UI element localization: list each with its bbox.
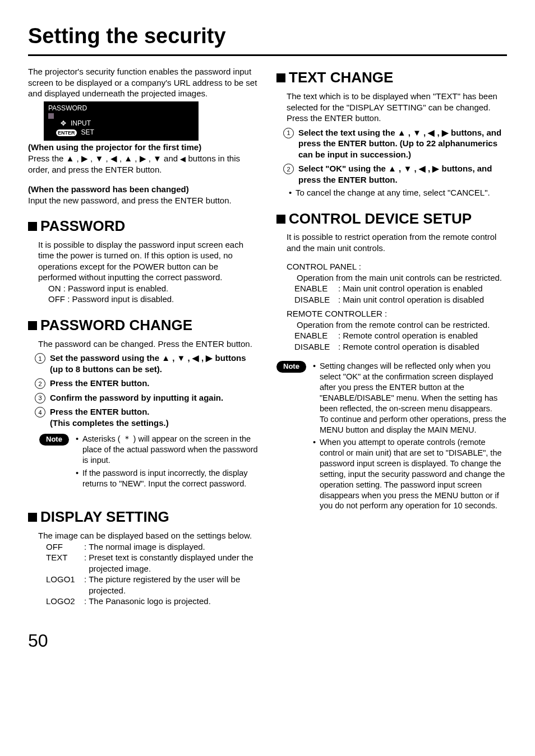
left-column: The projector's security function enable… [28, 66, 259, 606]
pwchange-step-3: 3 Confirm the password by inputting it a… [35, 392, 259, 403]
remote-controller-body: Operation from the remote control can be… [297, 319, 507, 331]
osd-title: PASSWORD [48, 104, 194, 113]
note-badge: Note [276, 361, 306, 373]
pwchange-step-1: 1 Set the password using the ▲ , ▼ , ◀ ,… [35, 353, 259, 374]
intro-text: The projector's security function enable… [28, 66, 259, 99]
textchange-step-1: 1 Select the text using the ▲ , ▼ , ◀ , … [283, 127, 507, 160]
note-item: If the password is input incorrectly, th… [82, 468, 259, 489]
square-bullet-icon [28, 222, 37, 231]
control-panel-heading: CONTROL PANEL : [287, 261, 507, 272]
section-password: PASSWORD [28, 217, 259, 236]
arrow-sequence: ▲ , ▶ , ▼ , ◀ , ▲ , ▶ , ▼ [66, 153, 162, 164]
pwchange-step-2: 2 Press the ENTER button. [35, 378, 259, 389]
cursor-icon [48, 113, 54, 119]
note-block: Note Setting changes will be reflected o… [276, 361, 507, 513]
password-on: ON : Password input is enabled. [48, 283, 259, 294]
step-number-icon: 2 [283, 164, 294, 174]
first-time-heading: (When using the projector for the first … [28, 142, 259, 153]
step-number-icon: 1 [283, 128, 294, 138]
control-panel-body: Operation from the main unit controls ca… [297, 272, 507, 284]
rc-disable: DISABLE:Remote control operation is disa… [294, 341, 507, 353]
display-setting-body: The image can be displayed based on the … [38, 530, 259, 541]
cp-enable: ENABLE:Main unit control operation is en… [294, 283, 507, 294]
step-number-icon: 3 [35, 393, 45, 403]
osd-password-screen: PASSWORD ✥INPUT ENTERSET [44, 101, 199, 141]
square-bullet-icon [276, 215, 285, 224]
osd-input: INPUT [71, 119, 91, 128]
pwchange-step-4: 4 Press the ENTER button.(This completes… [35, 406, 259, 428]
enter-icon: ENTER [56, 129, 77, 137]
note-item: When you attempt to operate controls (re… [320, 437, 507, 511]
note-item: Asterisks ( ＊ ) will appear on the scree… [82, 434, 259, 466]
control-device-body: It is possible to restrict operation fro… [287, 231, 507, 253]
first-time-body: Press the ▲ , ▶ , ▼ , ◀ , ▲ , ▶ , ▼ and … [28, 153, 259, 175]
note-badge: Note [39, 434, 69, 446]
square-bullet-icon [28, 321, 37, 330]
changed-body: Input the new password, and press the EN… [28, 195, 259, 206]
note-item: Setting changes will be reflected only w… [320, 361, 507, 435]
square-bullet-icon [276, 73, 285, 82]
rc-enable: ENABLE:Remote control operation is enabl… [294, 330, 507, 341]
password-off: OFF : Password input is disabled. [48, 294, 259, 305]
cp-disable: DISABLE:Main unit control operation is d… [294, 294, 507, 305]
arrows-icon: ✥ [61, 119, 66, 128]
text-change-body: The text which is to be displayed when "… [287, 91, 507, 124]
right-column: TEXT CHANGE The text which is to be disp… [276, 66, 507, 606]
step-number-icon: 2 [35, 378, 45, 389]
textchange-step-2: 2 Select "OK" using the ▲ , ▼ , ◀ , ▶ bu… [283, 163, 507, 185]
display-off: OFF:The normal image is displayed. [46, 541, 259, 553]
password-change-body: The password can be changed. Press the E… [38, 338, 259, 350]
section-control-device: CONTROL DEVICE SETUP [276, 210, 507, 229]
page-title: Setting the security [28, 22, 507, 56]
page-number: 50 [28, 629, 507, 653]
display-logo1: LOGO1:The picture registered by the user… [46, 574, 259, 596]
text-change-cancel: To cancel the change at any time, select… [296, 187, 507, 198]
osd-set: SET [81, 128, 94, 137]
section-password-change: PASSWORD CHANGE [28, 316, 259, 335]
section-display-setting: DISPLAY SETTING [28, 508, 259, 527]
section-text-change: TEXT CHANGE [276, 68, 507, 87]
changed-heading: (When the password has been changed) [28, 184, 259, 195]
step-number-icon: 1 [35, 353, 45, 364]
step-number-icon: 4 [35, 407, 45, 418]
note-block: Note Asterisks ( ＊ ) will appear on the … [39, 434, 259, 491]
password-body: It is possible to display the password i… [38, 239, 259, 283]
display-text: TEXT:Preset text is constantly displayed… [46, 552, 259, 574]
remote-controller-heading: REMOTE CONTROLLER : [287, 308, 507, 319]
square-bullet-icon [28, 513, 37, 522]
display-logo2: LOGO2:The Panasonic logo is projected. [46, 596, 259, 607]
